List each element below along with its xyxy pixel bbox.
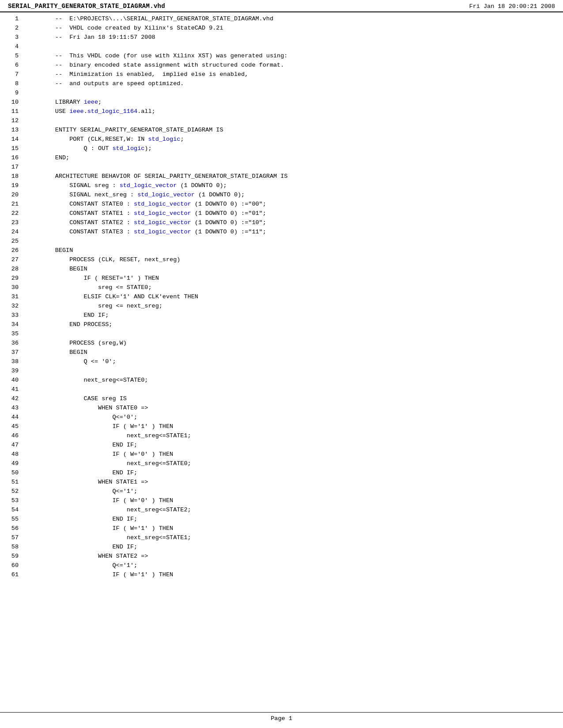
code-line: 58 END IF; (0, 542, 563, 552)
code-line: 26 BEGIN (0, 246, 563, 255)
page-number: Page 1 (271, 715, 292, 722)
code-line: 18 ARCHITECTURE BEHAVIOR OF SERIAL_PARIT… (0, 172, 563, 181)
code-line: 47 END IF; (0, 440, 563, 450)
code-line: 21 CONSTANT STATE0 : std_logic_vector (1… (0, 199, 563, 209)
line-number: 22 (0, 209, 26, 218)
code-line: 6 -- binary encoded state assignment wit… (0, 60, 563, 70)
line-number: 42 (0, 394, 26, 403)
line-content (26, 88, 563, 98)
line-content: CONSTANT STATE0 : std_logic_vector (1 DO… (26, 199, 563, 209)
line-number: 9 (0, 88, 26, 98)
code-line: 37 BEGIN (0, 348, 563, 357)
code-line: 35 (0, 329, 563, 338)
code-line: 9 (0, 88, 563, 98)
line-number: 19 (0, 181, 26, 190)
line-content: -- Fri Jan 18 19:11:57 2008 (26, 33, 563, 42)
code-line: 57 next_sreg<=STATE1; (0, 533, 563, 542)
line-content: PORT (CLK,RESET,W: IN std_logic; (26, 135, 563, 144)
line-content: -- Minimization is enabled, implied else… (26, 70, 563, 79)
code-line: 11 USE ieee.std_logic_1164.all; (0, 107, 563, 116)
line-number: 48 (0, 450, 26, 459)
line-number: 53 (0, 496, 26, 505)
line-content: PROCESS (sreg,W) (26, 338, 563, 348)
code-line: 20 SIGNAL next_sreg : std_logic_vector (… (0, 190, 563, 199)
line-content: END IF; (26, 514, 563, 524)
line-number: 15 (0, 144, 26, 153)
line-content: CASE sreg IS (26, 394, 563, 403)
line-number: 50 (0, 468, 26, 477)
line-number: 60 (0, 561, 26, 570)
line-number: 24 (0, 227, 26, 236)
line-content: END; (26, 153, 563, 162)
code-line: 14 PORT (CLK,RESET,W: IN std_logic; (0, 135, 563, 144)
line-number: 45 (0, 422, 26, 431)
line-number: 54 (0, 505, 26, 514)
line-number: 61 (0, 570, 26, 579)
line-number: 7 (0, 70, 26, 79)
line-number: 27 (0, 255, 26, 264)
code-line: 8 -- and outputs are speed optimized. (0, 79, 563, 88)
line-content: sreg <= next_sreg; (26, 301, 563, 311)
code-line: 53 IF ( W='0' ) THEN (0, 496, 563, 505)
line-number: 39 (0, 366, 26, 375)
code-line: 24 CONSTANT STATE3 : std_logic_vector (1… (0, 227, 563, 236)
line-content: -- binary encoded state assignment with … (26, 60, 563, 70)
code-line: 10 LIBRARY ieee; (0, 98, 563, 107)
line-number: 35 (0, 329, 26, 338)
line-content: CONSTANT STATE2 : std_logic_vector (1 DO… (26, 218, 563, 227)
line-number: 10 (0, 98, 26, 107)
line-number: 29 (0, 274, 26, 283)
code-line: 17 (0, 162, 563, 172)
line-content: next_sreg<=STATE1; (26, 533, 563, 542)
line-number: 57 (0, 533, 26, 542)
line-number: 3 (0, 33, 26, 42)
line-content: END IF; (26, 468, 563, 477)
code-line: 3 -- Fri Jan 18 19:11:57 2008 (0, 33, 563, 42)
code-line: 50 END IF; (0, 468, 563, 477)
code-line: 25 (0, 236, 563, 246)
line-content: Q<='1'; (26, 561, 563, 570)
line-number: 4 (0, 42, 26, 51)
line-number: 25 (0, 236, 26, 246)
line-number: 16 (0, 153, 26, 162)
line-number: 52 (0, 487, 26, 496)
line-content: sreg <= STATE0; (26, 283, 563, 292)
line-number: 20 (0, 190, 26, 199)
line-number: 1 (0, 14, 26, 23)
line-content (26, 236, 563, 246)
line-number: 56 (0, 524, 26, 533)
line-content: Q <= '0'; (26, 357, 563, 366)
line-content: -- VHDL code created by Xilinx's StateCA… (26, 23, 563, 33)
line-content (26, 162, 563, 172)
line-content (26, 42, 563, 51)
line-number: 44 (0, 413, 26, 422)
code-line: 32 sreg <= next_sreg; (0, 301, 563, 311)
line-number: 17 (0, 162, 26, 172)
code-line: 16 END; (0, 153, 563, 162)
code-line: 55 END IF; (0, 514, 563, 524)
line-number: 8 (0, 79, 26, 88)
line-content: ARCHITECTURE BEHAVIOR OF SERIAL_PARITY_G… (26, 172, 563, 181)
line-number: 36 (0, 338, 26, 348)
code-line: 34 END PROCESS; (0, 320, 563, 329)
line-content: IF ( W='1' ) THEN (26, 570, 563, 579)
code-line: 54 next_sreg<=STATE2; (0, 505, 563, 514)
line-number: 30 (0, 283, 26, 292)
line-content: IF ( W='0' ) THEN (26, 450, 563, 459)
line-number: 13 (0, 125, 26, 135)
line-content: IF ( W='1' ) THEN (26, 524, 563, 533)
line-content (26, 116, 563, 125)
line-number: 41 (0, 385, 26, 394)
line-content: IF ( W='0' ) THEN (26, 496, 563, 505)
code-line: 2 -- VHDL code created by Xilinx's State… (0, 23, 563, 33)
line-content: -- E:\PROJECTS\...\SERIAL_PARITY_GENERAT… (26, 14, 563, 23)
line-content: USE ieee.std_logic_1164.all; (26, 107, 563, 116)
line-number: 26 (0, 246, 26, 255)
code-line: 48 IF ( W='0' ) THEN (0, 450, 563, 459)
line-number: 47 (0, 440, 26, 450)
code-line: 59 WHEN STATE2 => (0, 552, 563, 561)
line-content: ENTITY SERIAL_PARITY_GENERATOR_STATE_DIA… (26, 125, 563, 135)
line-number: 5 (0, 51, 26, 60)
code-line: 1 -- E:\PROJECTS\...\SERIAL_PARITY_GENER… (0, 14, 563, 23)
line-content: END PROCESS; (26, 320, 563, 329)
